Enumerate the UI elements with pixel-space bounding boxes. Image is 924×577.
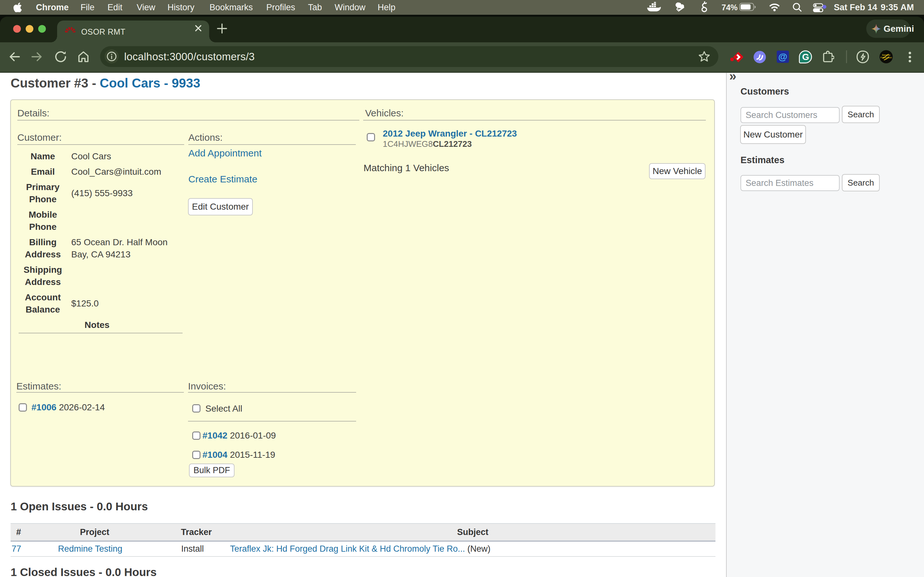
- svg-text:Fabrication: Fabrication: [880, 56, 892, 59]
- svg-text:G: G: [802, 52, 809, 62]
- svg-text:@: @: [779, 52, 787, 62]
